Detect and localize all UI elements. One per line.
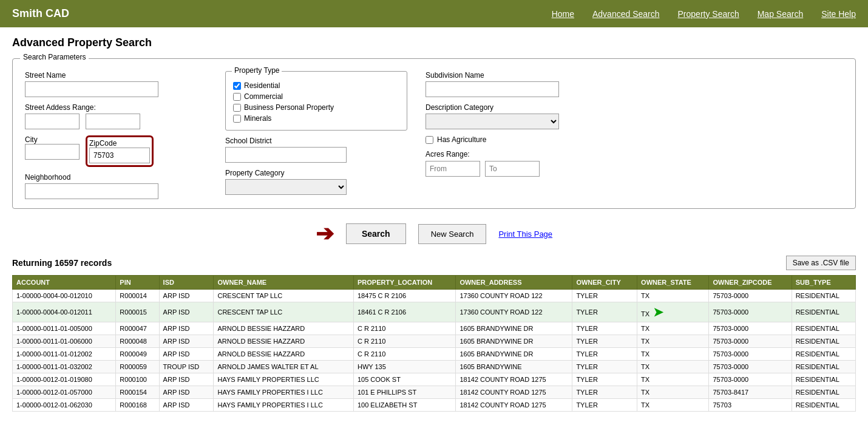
map-search-link[interactable]: Map Search (758, 9, 803, 19)
checkbox-commercial: Commercial (233, 92, 399, 101)
table-cell-subtype: RESIDENTIAL (792, 373, 855, 386)
street-name-input[interactable] (25, 81, 158, 97)
search-params-legend: Search Parameters (20, 53, 89, 61)
commercial-checkbox[interactable] (233, 93, 241, 101)
table-cell: TYLER (572, 361, 637, 373)
checkbox-business-personal: Business Personal Property (233, 103, 399, 112)
col-sub-type: SUB_TYPE (792, 276, 855, 290)
save-csv-button[interactable]: Save as .CSV file (786, 256, 856, 270)
advanced-search-link[interactable]: Advanced Search (592, 9, 660, 19)
table-row[interactable]: 1-00000-0012-01-019080R000100ARP ISDHAYS… (13, 373, 856, 386)
page-content: Advanced Property Search Search Paramete… (0, 27, 868, 421)
property-type-legend: Property Type (232, 66, 282, 75)
street-address-range-group: Street Addess Range: (25, 103, 207, 129)
col-isd: ISD (159, 276, 214, 290)
neighborhood-group: Neighborhood (25, 173, 207, 199)
main-nav: Home Advanced Search Property Search Map… (552, 9, 856, 19)
table-cell: TYLER (572, 348, 637, 361)
home-link[interactable]: Home (552, 9, 574, 19)
has-agriculture-group: Has Agriculture (426, 135, 843, 144)
acres-from-input[interactable] (426, 161, 480, 177)
site-help-link[interactable]: Site Help (821, 9, 856, 19)
table-cell: 101 E PHILLIPS ST (353, 386, 455, 399)
table-cell: 1605 BRANDYWINE (456, 361, 572, 373)
city-input[interactable] (25, 144, 80, 160)
school-district-label: School District (225, 137, 407, 145)
address-range-to-input[interactable] (86, 114, 140, 129)
neighborhood-label: Neighborhood (25, 173, 207, 182)
table-cell: 105 COOK ST (353, 373, 455, 386)
table-cell: 1-00000-0012-01-057000 (13, 386, 116, 399)
table-cell: 1-00000-0012-01-019080 (13, 373, 116, 386)
table-cell-zipcode: 75703-8417 (709, 386, 792, 399)
site-title: Smith CAD (12, 7, 69, 20)
table-row[interactable]: 1-00000-0011-01-032002R000059TROUP ISDAR… (13, 361, 856, 373)
table-row[interactable]: 1-00000-0011-01-012002R000049ARP ISDARNO… (13, 348, 856, 361)
city-field: City (25, 135, 80, 160)
table-row[interactable]: 1-00000-0012-01-062030R000168ARP ISDHAYS… (13, 399, 856, 412)
minerals-checkbox[interactable] (233, 115, 241, 123)
table-row[interactable]: 1-00000-0011-01-006000R000048ARP ISDARNO… (13, 335, 856, 348)
table-cell: 1-00000-0004-00-012011 (13, 302, 116, 322)
green-arrow-icon: ➤ (649, 305, 663, 319)
description-category-group: Description Category (426, 103, 843, 129)
table-cell: ARP ISD (159, 399, 214, 412)
table-cell: 1-00000-0012-01-062030 (13, 399, 116, 412)
table-header-row: ACCOUNT PIN ISD OWNER_NAME PROPERTY_LOCA… (13, 276, 856, 290)
table-cell-state: TX ➤ (637, 302, 709, 322)
table-cell: 18475 C R 2106 (353, 290, 455, 302)
zipcode-field-wrapper: ZipCode 75703 (86, 135, 154, 167)
table-cell: 1605 BRANDYWINE DR (456, 322, 572, 335)
table-row[interactable]: 1-00000-0004-00-012010R000014ARP ISDCRES… (13, 290, 856, 302)
col-owner-address: OWNER_ADDRESS (456, 276, 572, 290)
acres-to-input[interactable] (485, 161, 540, 177)
table-cell: R000015 (116, 302, 159, 322)
residential-checkbox[interactable] (233, 82, 241, 90)
property-search-link[interactable]: Property Search (678, 9, 739, 19)
table-cell: HWY 135 (353, 361, 455, 373)
table-cell: HAYS FAMILY PROPERTIES I LLC (214, 386, 353, 399)
table-cell: C R 2110 (353, 322, 455, 335)
middle-col: Property Type Residential Commercial (225, 71, 407, 199)
property-category-label: Property Category (225, 169, 407, 177)
col-owner-zipcode: OWNER_ZIPCODE (709, 276, 792, 290)
table-cell: HAYS FAMILY PROPERTIES LLC (214, 373, 353, 386)
table-cell: CRESCENT TAP LLC (214, 302, 353, 322)
table-cell: 1-00000-0011-01-005000 (13, 322, 116, 335)
table-cell: 18142 COUNTY ROAD 1275 (456, 399, 572, 412)
table-cell: R000100 (116, 373, 159, 386)
table-cell: 1-00000-0011-01-006000 (13, 335, 116, 348)
table-cell-state: TX (637, 335, 709, 348)
table-cell: 1605 BRANDYWINE DR (456, 335, 572, 348)
table-cell: ARP ISD (159, 348, 214, 361)
new-search-button[interactable]: New Search (418, 224, 487, 244)
col-account: ACCOUNT (13, 276, 116, 290)
subdivision-name-label: Subdivision Name (426, 71, 843, 80)
table-cell: TYLER (572, 373, 637, 386)
school-district-input[interactable] (225, 147, 347, 163)
business-personal-checkbox[interactable] (233, 104, 241, 112)
checkbox-minerals: Minerals (233, 114, 399, 123)
table-row[interactable]: 1-00000-0011-01-005000R000047ARP ISDARNO… (13, 322, 856, 335)
school-district-group: School District (225, 137, 407, 163)
address-range-from-input[interactable] (25, 114, 80, 129)
table-cell: TROUP ISD (159, 361, 214, 373)
table-row[interactable]: 1-00000-0012-01-057000R000154ARP ISDHAYS… (13, 386, 856, 399)
subdivision-name-input[interactable] (426, 81, 559, 97)
search-arrow-icon: ➔ (316, 221, 334, 246)
search-button[interactable]: Search (346, 223, 406, 244)
table-cell: TYLER (572, 399, 637, 412)
has-agriculture-checkbox[interactable] (426, 136, 433, 144)
zipcode-input[interactable]: 75703 (89, 148, 150, 163)
neighborhood-input[interactable] (25, 183, 158, 199)
table-cell: 1-00000-0011-01-032002 (13, 361, 116, 373)
table-cell: C R 2110 (353, 348, 455, 361)
table-cell-state: TX (637, 322, 709, 335)
search-params-grid: Street Name Street Addess Range: City (25, 71, 843, 199)
table-cell: ARNOLD BESSIE HAZZARD (214, 322, 353, 335)
description-category-select[interactable] (426, 114, 559, 129)
table-row[interactable]: 1-00000-0004-00-012011R000015ARP ISDCRES… (13, 302, 856, 322)
property-category-select[interactable] (225, 179, 347, 195)
table-cell-subtype: RESIDENTIAL (792, 361, 855, 373)
print-page-link[interactable]: Print This Page (498, 229, 552, 239)
